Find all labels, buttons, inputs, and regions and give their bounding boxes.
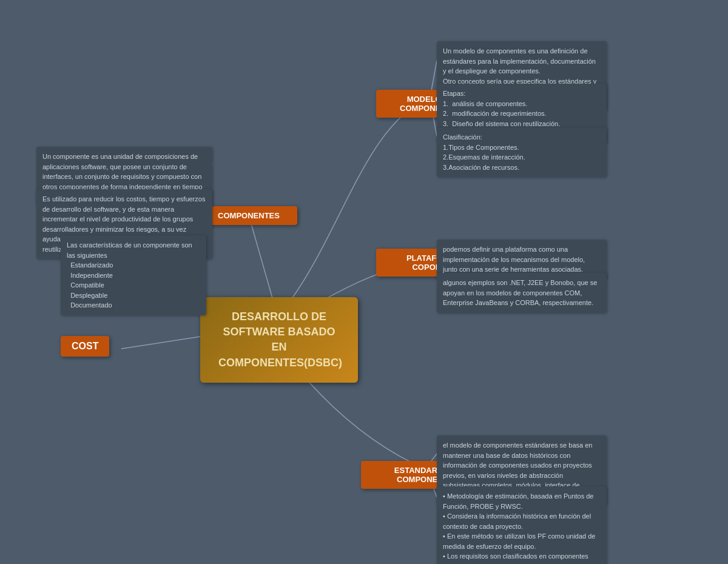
svg-line-5 [431, 61, 437, 94]
plat-text-1-content: podemos definir una plataforma como una … [443, 246, 587, 273]
comp-text-3-content: Las características de un componente son… [67, 241, 194, 309]
svg-line-1 [121, 337, 200, 349]
componentes-node[interactable]: COMPONENTES [200, 206, 297, 225]
comp-text-3: Las características de un componente son… [61, 235, 206, 315]
plat-text-2: algunos ejemplos son .NET, J2EE y Bonobo… [437, 273, 607, 313]
cost-node[interactable]: COST [61, 336, 109, 357]
modelo-text-3: Clasificación: 1.Tipos de Componentes. 2… [437, 127, 607, 177]
central-node: DESARROLLO DE SOFTWARE BASADO EN COMPONE… [200, 297, 358, 383]
cost-label: COST [72, 341, 98, 351]
est-text-2: • Metodología de estimación, basada en P… [437, 486, 607, 564]
plat-text-2-content: algunos ejemplos son .NET, J2EE y Bonobo… [443, 279, 599, 306]
est-text-2-content: • Metodología de estimación, basada en P… [443, 492, 599, 564]
modelo-text-3-content: Clasificación: 1.Tipos de Componentes. 2… [443, 133, 525, 171]
central-title: DESARROLLO DE SOFTWARE BASADO EN COMPONE… [218, 311, 342, 369]
componentes-label: COMPONENTES [218, 211, 280, 220]
